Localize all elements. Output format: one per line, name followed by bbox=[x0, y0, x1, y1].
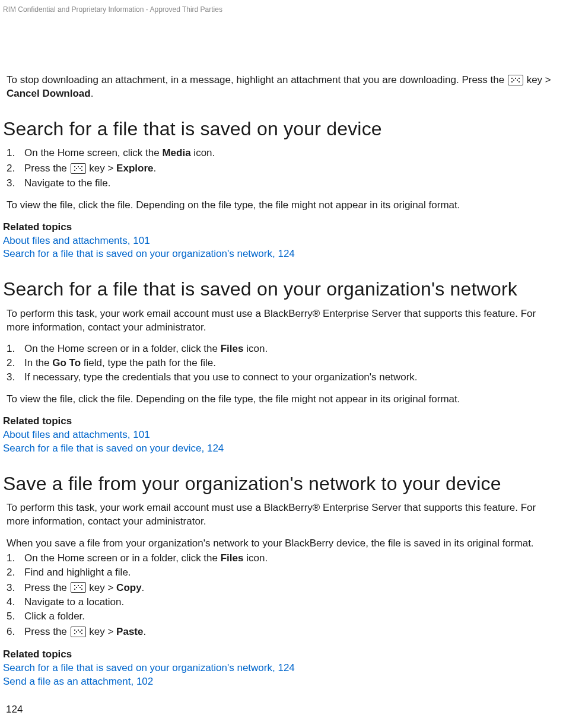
step-text: icon. bbox=[243, 343, 268, 354]
paragraph-note: When you save a file from your organizat… bbox=[7, 537, 559, 551]
link-send-attachment[interactable]: Send a file as an attachment, 102 bbox=[3, 675, 560, 689]
confidential-notice: RIM Confidential and Proprietary Informa… bbox=[3, 5, 560, 14]
related-topics-heading: Related topics bbox=[3, 648, 560, 662]
step-text: . bbox=[143, 626, 146, 637]
paragraph-prereq: To perform this task, your work email ac… bbox=[7, 307, 559, 335]
link-search-network[interactable]: Search for a file that is saved on your … bbox=[3, 662, 560, 675]
menu-key-icon bbox=[71, 627, 86, 637]
list-item: If necessary, type the credentials that … bbox=[7, 371, 559, 384]
step-text: . bbox=[153, 163, 156, 174]
intro-key-gt: key > bbox=[524, 74, 551, 85]
heading-search-device: Search for a file that is saved on your … bbox=[3, 116, 560, 142]
link-search-network[interactable]: Search for a file that is saved on your … bbox=[3, 247, 560, 261]
step-bold: Go To bbox=[52, 357, 81, 368]
list-item: Press the key > Explore. bbox=[7, 161, 559, 176]
related-topics-heading: Related topics bbox=[3, 221, 560, 234]
step-text: icon. bbox=[191, 147, 215, 158]
intro-paragraph: To stop downloading an attachment, in a … bbox=[7, 74, 559, 101]
page-number: 124 bbox=[6, 703, 23, 717]
menu-key-icon bbox=[508, 75, 523, 85]
list-item: In the Go To field, type the path for th… bbox=[7, 357, 559, 370]
menu-key-icon bbox=[71, 582, 86, 593]
step-text: In the bbox=[24, 357, 52, 368]
list-item: Navigate to the file. bbox=[7, 177, 559, 190]
step-text: icon. bbox=[243, 552, 268, 564]
step-text: field, type the path for the file. bbox=[81, 357, 216, 368]
intro-cancel-download: Cancel Download bbox=[7, 88, 91, 99]
steps-save-file: On the Home screen or in a folder, click… bbox=[7, 552, 559, 640]
list-item: Press the key > Paste. bbox=[7, 624, 559, 640]
step-text: Press the bbox=[24, 163, 70, 174]
link-search-device[interactable]: Search for a file that is saved on your … bbox=[3, 442, 560, 456]
step-text: . bbox=[142, 582, 145, 593]
list-item: Press the key > Copy. bbox=[7, 580, 559, 596]
list-item: On the Home screen, click the Media icon… bbox=[7, 147, 559, 160]
list-item: On the Home screen or in a folder, click… bbox=[7, 342, 559, 356]
link-about-files[interactable]: About files and attachments, 101 bbox=[3, 234, 560, 248]
step-text: Press the bbox=[24, 582, 70, 593]
steps-search-device: On the Home screen, click the Media icon… bbox=[7, 147, 559, 190]
step-bold: Explore bbox=[116, 163, 153, 174]
step-text: key > bbox=[87, 582, 117, 593]
list-item: Click a folder. bbox=[7, 610, 559, 624]
step-bold: Files bbox=[221, 343, 244, 354]
step-bold: Files bbox=[221, 552, 244, 564]
steps-search-network: On the Home screen or in a folder, click… bbox=[7, 342, 559, 384]
step-bold: Copy bbox=[116, 582, 142, 593]
step-text: key > bbox=[87, 163, 117, 174]
step-text: On the Home screen or in a folder, click… bbox=[24, 552, 221, 564]
heading-save-file: Save a file from your organization's net… bbox=[3, 471, 560, 497]
step-text: key > bbox=[87, 626, 117, 637]
step-bold: Paste bbox=[116, 626, 143, 637]
link-about-files[interactable]: About files and attachments, 101 bbox=[3, 428, 560, 442]
list-item: Find and highlight a file. bbox=[7, 566, 559, 580]
paragraph-view-file: To view the file, click the file. Depend… bbox=[7, 393, 559, 406]
list-item: Navigate to a location. bbox=[7, 596, 559, 609]
intro-prefix: To stop downloading an attachment, in a … bbox=[7, 74, 507, 85]
step-text: Press the bbox=[24, 626, 70, 637]
step-text: On the Home screen or in a folder, click… bbox=[24, 343, 221, 354]
intro-period: . bbox=[91, 88, 94, 99]
related-topics-heading: Related topics bbox=[3, 415, 560, 428]
heading-search-network: Search for a file that is saved on your … bbox=[3, 276, 560, 302]
step-bold: Media bbox=[162, 147, 190, 158]
step-text: On the Home screen, click the bbox=[24, 147, 162, 158]
paragraph-view-file: To view the file, click the file. Depend… bbox=[7, 199, 559, 212]
paragraph-prereq: To perform this task, your work email ac… bbox=[7, 501, 559, 529]
menu-key-icon bbox=[71, 163, 86, 174]
list-item: On the Home screen or in a folder, click… bbox=[7, 552, 559, 565]
